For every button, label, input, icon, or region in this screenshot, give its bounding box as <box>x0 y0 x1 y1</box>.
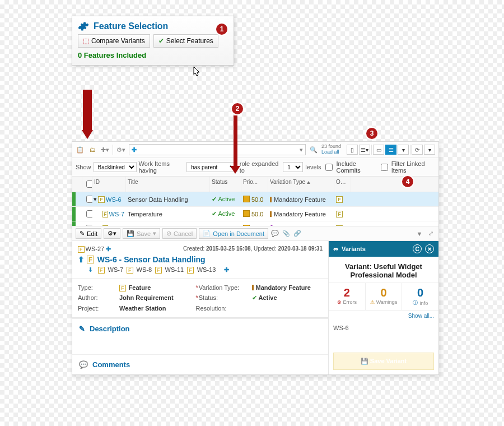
speech-icon: 💬 <box>79 360 88 369</box>
variant-item[interactable]: WS-6 <box>329 321 438 348</box>
select-all-checkbox[interactable] <box>86 180 92 188</box>
callout-badge-3: 3 <box>366 128 377 139</box>
description-section[interactable]: ✎ Description <box>72 318 328 339</box>
table-row[interactable]: F WS-7TemperatureActive50.0Mandatory Fea… <box>72 207 438 221</box>
save-button: 💾 Save ▾ <box>123 228 160 239</box>
search-input[interactable] <box>139 146 300 154</box>
select-features-button[interactable]: ✔ Select Features <box>153 34 218 48</box>
view-dropdown-button[interactable]: ▾ <box>398 145 409 155</box>
attachment-icon[interactable]: 📎 <box>282 229 291 238</box>
workitem-header: Created: 2015-03-25 16:08, Updated: 2020… <box>72 241 328 279</box>
top-toolbar: 📋 🗂 ✚▾ ⚙▾ ✚ ▾ 🔍 23 found Load all ▯ ☰▾ ▭… <box>72 142 438 158</box>
search-icon[interactable]: 🔍 <box>309 145 318 154</box>
include-commits-checkbox[interactable]: Include Commits <box>323 160 376 174</box>
variants-panel: ⇔ Variants C ✕ Variant: Useful Widget Pr… <box>329 241 438 374</box>
backlinked-select[interactable]: Backlinked <box>94 162 137 172</box>
edit-button[interactable]: ✎ Edit <box>76 228 101 239</box>
branch-icon: ⇔ <box>333 246 338 253</box>
pencil-icon: ✎ <box>79 325 85 333</box>
settings-menu-icon[interactable]: ⚙▾ <box>116 145 125 154</box>
add-filter-icon[interactable]: ✚ <box>132 146 137 154</box>
info-count[interactable]: 0 ⓘInfo <box>402 283 438 310</box>
compare-variants-button[interactable]: ⬚ Compare Variants <box>78 34 150 48</box>
feature-selection-title: Feature Selection <box>94 21 168 31</box>
properties-grid: Type: F Feature Variation Type: Mandator… <box>72 279 328 318</box>
editor-toolbar: ✎ Edit ⚙▾ 💾 Save ▾ ⊘ Cancel 📄 Open in Do… <box>72 226 438 241</box>
dropdown-icon[interactable]: ▾ <box>300 146 303 154</box>
check-icon: ✔ <box>158 37 164 45</box>
arrow-1 <box>83 90 94 139</box>
grid-header: ID Title Status Prio... Variation Type O… <box>72 177 438 192</box>
col-priority[interactable]: Prio... <box>241 177 268 192</box>
edit-menu-button[interactable]: ⚙▾ <box>104 228 120 239</box>
found-count: 23 found Load all <box>321 144 341 155</box>
variants-refresh-button[interactable]: C <box>413 244 422 253</box>
warnings-count[interactable]: 0 ⚠Warnings <box>366 283 403 310</box>
callout-badge-4: 4 <box>402 176 413 187</box>
filter-icon[interactable]: ▼ <box>415 229 424 238</box>
col-title[interactable]: Title <box>126 177 210 192</box>
load-all-link[interactable]: Load all <box>321 150 341 155</box>
filter-linked-checkbox[interactable]: Filter Linked Items <box>379 160 435 174</box>
cancel-button: ⊘ Cancel <box>162 228 197 239</box>
arrow-2 <box>234 115 244 174</box>
variants-header: ⇔ Variants C ✕ <box>329 241 438 257</box>
comments-section[interactable]: 💬 Comments <box>72 354 328 374</box>
variants-close-button[interactable]: ✕ <box>425 244 434 253</box>
search-box[interactable]: ✚ ▾ <box>129 144 306 155</box>
pointer-cursor-icon <box>192 66 202 78</box>
refresh-button[interactable]: ⟳ <box>412 145 423 155</box>
compare-icon: ⬚ <box>83 37 89 45</box>
features-included-label: 0 Features Included <box>72 51 234 65</box>
view-tree-button[interactable]: ☰▾ <box>359 145 370 155</box>
variant-counts: 2 ⊗Errors 0 ⚠Warnings 0 ⓘInfo <box>329 283 438 311</box>
row-checkbox[interactable] <box>86 196 92 203</box>
view-flat-button[interactable]: ▯ <box>347 145 358 155</box>
callout-badge-1: 1 <box>216 24 227 35</box>
errors-count[interactable]: 2 ⊗Errors <box>329 283 366 310</box>
col-outline[interactable]: Outli... <box>334 177 351 192</box>
callout-badge-2: 2 <box>232 103 243 114</box>
table-row[interactable]: ▾ F WS-6Sensor Data HandlingActive50.0Ma… <box>72 192 438 207</box>
tree-icon[interactable]: 🗂 <box>88 145 97 154</box>
table-row[interactable]: F WS-8Air pressureActive50.0Optional Fea… <box>72 221 438 226</box>
add-menu-icon[interactable]: ✚▾ <box>100 145 109 154</box>
col-status[interactable]: Status <box>210 177 241 192</box>
linked-items[interactable]: ⬇ FWS-7FWS-8FWS-11FWS-13 ✚ <box>78 266 323 274</box>
variant-title: Variant: Useful Widget Professional Mode… <box>329 257 438 283</box>
link-icon[interactable]: 🔗 <box>293 229 302 238</box>
save-variant-button[interactable]: 💾 Save Variant <box>333 353 434 370</box>
expand-icon[interactable]: ⤢ <box>426 229 435 238</box>
levels-select[interactable]: 1 0 <box>283 162 303 172</box>
gear-icon <box>78 21 89 32</box>
show-all-link[interactable]: Show all... <box>329 311 438 321</box>
detail-area: Created: 2015-03-25 16:08, Updated: 2020… <box>72 241 438 374</box>
feature-selection-card: Feature Selection ⬚ Compare Variants ✔ S… <box>72 16 234 66</box>
col-id[interactable]: ID <box>92 177 126 192</box>
row-checkbox[interactable] <box>86 210 92 217</box>
view-split2-button[interactable]: ☰ <box>385 145 396 155</box>
open-in-document-button[interactable]: 📄 Open in Document <box>199 228 268 239</box>
view-split1-button[interactable]: ▭ <box>373 145 384 155</box>
comment-icon[interactable]: 💬 <box>270 229 279 238</box>
timestamps: Created: 2015-03-25 16:08, Updated: 2020… <box>183 246 323 252</box>
clipboard-icon[interactable]: 📋 <box>76 145 85 154</box>
refresh-menu-button[interactable]: ▾ <box>424 145 435 155</box>
workitem-title: ⬆ F WS-6 - Sensor Data Handling <box>78 255 323 264</box>
filter-row: Show Backlinked Work Items having has pa… <box>72 158 438 177</box>
work-items-grid: ID Title Status Prio... Variation Type O… <box>72 177 438 226</box>
row-checkbox[interactable] <box>86 225 92 226</box>
col-variation-type[interactable]: Variation Type <box>268 177 334 192</box>
main-panel: 📋 🗂 ✚▾ ⚙▾ ✚ ▾ 🔍 23 found Load all ▯ ☰▾ ▭… <box>72 141 439 375</box>
